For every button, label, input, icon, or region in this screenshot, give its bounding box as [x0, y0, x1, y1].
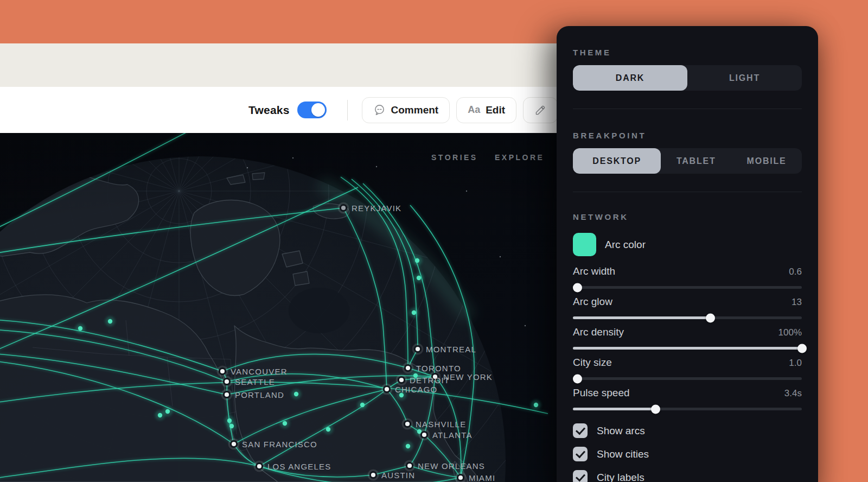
tweaks-label: Tweaks [248, 104, 290, 117]
svg-text:SAN FRANCISCO: SAN FRANCISCO [242, 440, 317, 449]
breakpoint-section-title: BREAKPOINT [573, 131, 802, 140]
theme-section-title: THEME [573, 48, 802, 57]
city-marker[interactable]: PORTLAND [221, 389, 285, 401]
svg-text:DETROIT: DETROIT [410, 376, 450, 385]
pulse-speed-slider[interactable] [573, 408, 802, 410]
svg-text:AUSTIN: AUSTIN [381, 471, 415, 480]
arc-glow-slider[interactable] [573, 316, 802, 319]
svg-text:TORONTO: TORONTO [416, 364, 461, 373]
city-marker[interactable]: ATLANTA [419, 429, 473, 441]
nav-explore[interactable]: EXPLORE [495, 153, 544, 162]
breakpoint-segmented-control: DESKTOP TABLET MOBILE [573, 148, 802, 174]
toggle-knob [311, 103, 325, 117]
pulse-speed-slider-row: Pulse speed 3.4s [573, 387, 802, 410]
network-section-title: NETWORK [573, 212, 802, 221]
edit-button[interactable]: Aa Edit [456, 97, 516, 123]
checkbox-label: Show arcs [597, 425, 645, 437]
slider-value: 100% [778, 327, 802, 338]
svg-text:SEATTLE: SEATTLE [235, 377, 275, 386]
city-marker[interactable]: MONTREAL [412, 344, 476, 355]
arc-width-slider-row: Arc width 0.6 [573, 265, 802, 289]
breakpoint-option-desktop[interactable]: DESKTOP [573, 148, 661, 174]
slider-value: 3.4s [784, 388, 802, 399]
city-marker[interactable]: DETROIT [396, 375, 450, 386]
svg-text:NEW YORK: NEW YORK [443, 372, 493, 382]
svg-text:NASHVILLE: NASHVILLE [416, 420, 466, 429]
nav-stories[interactable]: STORIES [431, 153, 478, 162]
slider-label: Arc density [573, 326, 624, 338]
arc-density-slider[interactable] [573, 347, 802, 350]
arc-color-swatch[interactable] [573, 233, 596, 256]
arc-glow-slider-row: Arc glow 13 [573, 296, 802, 319]
slider-value: 0.6 [789, 267, 802, 277]
city-marker[interactable]: CHICAGO [381, 384, 438, 395]
slider-label: Pulse speed [573, 387, 630, 399]
theme-option-light[interactable]: LIGHT [687, 65, 802, 91]
slider-label: Arc width [573, 265, 615, 277]
slider-thumb[interactable] [797, 344, 807, 353]
checkbox-label: Show cities [597, 448, 649, 460]
theme-option-dark[interactable]: DARK [573, 65, 687, 91]
edit-button-label: Edit [486, 104, 505, 116]
comment-button[interactable]: Comment [362, 97, 450, 123]
network-section: NETWORK Arc color Arc width 0.6 Arc glow… [573, 212, 802, 482]
comment-button-label: Comment [391, 104, 439, 116]
checkbox-label: City labels [597, 472, 644, 482]
breakpoint-option-mobile[interactable]: MOBILE [731, 148, 802, 174]
slider-thumb[interactable] [573, 374, 582, 383]
show-cities-checkbox-row[interactable]: Show cities [573, 447, 802, 461]
checkbox-checked[interactable] [573, 470, 588, 482]
slider-value: 1.0 [789, 358, 802, 369]
checkbox-checked[interactable] [573, 423, 588, 438]
comment-bubble-icon [373, 104, 386, 116]
theme-section: THEME DARK LIGHT [573, 48, 802, 109]
svg-text:VANCOUVER: VANCOUVER [231, 367, 288, 376]
slider-fill [573, 347, 802, 350]
city-marker[interactable]: NASHVILLE [402, 418, 467, 430]
slider-fill [573, 316, 710, 319]
arc-width-slider[interactable] [573, 286, 802, 289]
slider-fill [573, 408, 655, 410]
toolbar-controls: Tweaks Comment Aa Edit [248, 87, 564, 133]
svg-text:ATLANTA: ATLANTA [432, 430, 473, 440]
arc-color-row: Arc color [573, 233, 802, 256]
slider-thumb[interactable] [651, 404, 660, 414]
network-checkboxes: Show arcs Show cities City labels [573, 423, 802, 482]
slider-value: 13 [792, 297, 802, 308]
slider-label: Arc glow [573, 296, 612, 308]
city-size-slider-row: City size 1.0 [573, 357, 802, 380]
city-marker[interactable]: SEATTLE [221, 376, 275, 388]
svg-text:MONTREAL: MONTREAL [426, 345, 476, 354]
svg-text:MIAMI: MIAMI [469, 473, 495, 482]
tweaks-toggle[interactable] [297, 102, 327, 118]
city-size-slider[interactable] [573, 377, 802, 380]
svg-text:LOS ANGELES: LOS ANGELES [267, 462, 331, 471]
text-style-icon: Aa [468, 104, 480, 116]
breakpoint-section: BREAKPOINT DESKTOP TABLET MOBILE [573, 131, 802, 192]
checkbox-checked[interactable] [573, 447, 588, 461]
show-arcs-checkbox-row[interactable]: Show arcs [573, 423, 802, 438]
pencil-icon [534, 104, 546, 116]
city-labels-checkbox-row[interactable]: City labels [573, 470, 802, 482]
theme-segmented-control: DARK LIGHT [573, 65, 802, 91]
svg-text:NEW ORLEANS: NEW ORLEANS [418, 461, 485, 471]
slider-thumb[interactable] [573, 283, 582, 292]
city-marker[interactable]: REYKJAVIK [338, 202, 402, 214]
draw-button[interactable] [523, 97, 558, 123]
breakpoint-option-tablet[interactable]: TABLET [661, 148, 731, 174]
section-divider [573, 109, 802, 109]
slider-thumb[interactable] [706, 313, 715, 322]
tweaks-panel: THEME DARK LIGHT BREAKPOINT DESKTOP TABL… [557, 26, 818, 482]
svg-text:PORTLAND: PORTLAND [235, 390, 284, 399]
city-marker[interactable]: MIAMI [455, 472, 496, 482]
city-marker[interactable]: SAN FRANCISCO [228, 439, 317, 450]
slider-label: City size [573, 357, 612, 369]
arc-density-slider-row: Arc density 100% [573, 326, 802, 350]
city-marker[interactable]: AUSTIN [368, 470, 416, 481]
svg-text:CHICAGO: CHICAGO [395, 385, 437, 394]
arc-color-label: Arc color [605, 239, 646, 251]
toolbar-divider [347, 100, 348, 120]
svg-text:REYKJAVIK: REYKJAVIK [352, 204, 401, 213]
section-divider [573, 192, 802, 192]
